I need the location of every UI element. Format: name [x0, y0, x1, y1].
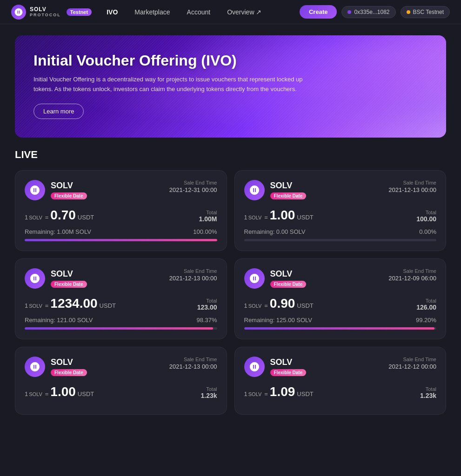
token-avatar [25, 268, 45, 289]
rate-total: Total 1.00M [199, 210, 217, 223]
end-time-label: Sale End Time [388, 357, 436, 362]
live-card[interactable]: SOLV Flexible Date Sale End Time 2021-12… [15, 170, 227, 251]
card-rate-row: 1 SOLV = 1.00 USDT Total 100.00 [244, 208, 437, 223]
progress-fill [25, 327, 213, 330]
rate-total: Total 100.00 [416, 210, 436, 223]
rate-value: 1.00 [50, 384, 76, 399]
rate-equals: = [264, 214, 268, 221]
rate-from-unit: SOLV [248, 303, 262, 309]
card-rate-row: 1 SOLV = 1.00 USDT Total 1.23k [25, 384, 217, 399]
rate-to-unit: USDT [297, 214, 313, 221]
total-label: Total [416, 298, 436, 304]
wallet-badge[interactable]: 0x335e...1082 [341, 6, 395, 18]
end-time-value: 2021-12-13 00:00 [388, 186, 436, 193]
hero-title: Initial Voucher Offering (IVO) [33, 52, 428, 69]
token-info: SOLV Flexible Date [25, 180, 87, 200]
rate-prefix: 1 [244, 214, 247, 221]
rate-value: 1.00 [270, 208, 295, 223]
logo-icon [11, 5, 26, 20]
card-end-time: Sale End Time 2021-12-12 00:00 [388, 357, 436, 370]
rate-equals: = [45, 214, 49, 221]
token-name: SOLV [270, 357, 307, 367]
rate-equals: = [264, 390, 268, 397]
total-label: Total [197, 298, 217, 304]
progress-bar [244, 327, 437, 330]
wallet-dot [347, 10, 351, 14]
nav-marketplace[interactable]: Marketplace [134, 8, 170, 16]
end-time-label: Sale End Time [169, 268, 217, 274]
card-header: SOLV Flexible Date Sale End Time 2021-12… [244, 180, 437, 200]
remaining-label: Remaining: 0.00 SOLV [244, 228, 306, 235]
network-dot [407, 10, 410, 14]
progress-fill [25, 239, 217, 241]
rate-from-unit: SOLV [29, 303, 42, 309]
progress-bar [25, 239, 217, 241]
create-button[interactable]: Create [300, 5, 337, 19]
rate-total: Total 123.00 [197, 298, 217, 311]
token-avatar [244, 357, 265, 377]
rate-to-unit: USDT [100, 302, 116, 309]
card-header: SOLV Flexible Date Sale End Time 2021-12… [25, 268, 217, 289]
card-header: SOLV Flexible Date Sale End Time 2021-12… [25, 357, 217, 377]
live-card[interactable]: SOLV Flexible Date Sale End Time 2021-12… [15, 347, 227, 415]
card-end-time: Sale End Time 2021-12-31 00:00 [169, 180, 217, 193]
rate-from-unit: SOLV [248, 215, 262, 220]
rate-equals: = [45, 390, 49, 397]
total-value: 126.00 [416, 304, 436, 311]
flexible-badge: Flexible Date [51, 369, 87, 376]
live-card[interactable]: SOLV Flexible Date Sale End Time 2021-12… [234, 258, 447, 339]
rate-to-unit: USDT [297, 302, 313, 309]
logo-area[interactable]: SOLV PROTOCOL Testnet [11, 5, 92, 20]
rate-equals: = [264, 302, 268, 309]
token-name: SOLV [270, 181, 307, 191]
rate-equals: = [45, 302, 49, 309]
rate-prefix: 1 [244, 390, 247, 397]
hero-description: Initial Voucher Offering is a decentrali… [33, 75, 303, 94]
remaining-label: Remaining: 1.00M SOLV [25, 228, 91, 235]
rate-display: 1 SOLV = 1.00 USDT [244, 208, 314, 223]
end-time-value: 2021-12-31 00:00 [169, 186, 217, 193]
card-rate-row: 1 SOLV = 0.90 USDT Total 126.00 [244, 296, 437, 311]
remaining-pct: 100.00% [193, 228, 217, 235]
end-time-label: Sale End Time [169, 180, 217, 185]
network-name: BSC Testnet [413, 9, 444, 15]
card-header: SOLV Flexible Date Sale End Time 2021-12… [244, 357, 437, 377]
end-time-value: 2021-12-09 06:00 [388, 275, 436, 282]
total-value: 1.00M [199, 215, 217, 223]
rate-display: 1 SOLV = 1.09 USDT [244, 384, 314, 399]
live-card[interactable]: SOLV Flexible Date Sale End Time 2021-12… [15, 258, 227, 339]
card-rate-row: 1 SOLV = 0.70 USDT Total 1.00M [25, 208, 217, 223]
token-info: SOLV Flexible Date [25, 357, 87, 377]
rate-display: 1 SOLV = 0.70 USDT [25, 208, 94, 223]
nav-account[interactable]: Account [187, 8, 211, 16]
token-name: SOLV [51, 269, 87, 279]
nav-right: Create 0x335e...1082 BSC Testnet [300, 5, 450, 19]
remaining-row: Remaining: 1.00M SOLV 100.00% [25, 228, 217, 235]
logo-subtitle: PROTOCOL [30, 13, 61, 18]
token-info: SOLV Flexible Date [244, 268, 307, 289]
nav-overview[interactable]: Overview ↗ [227, 8, 261, 16]
learn-more-button[interactable]: Learn more [33, 104, 84, 119]
rate-display: 1 SOLV = 1.00 USDT [25, 384, 94, 399]
token-name-area: SOLV Flexible Date [51, 181, 87, 199]
cards-grid: SOLV Flexible Date Sale End Time 2021-12… [15, 170, 446, 415]
live-card[interactable]: SOLV Flexible Date Sale End Time 2021-12… [234, 347, 447, 415]
network-badge[interactable]: BSC Testnet [401, 6, 450, 18]
token-name: SOLV [51, 357, 87, 367]
remaining-pct: 98.37% [196, 317, 217, 324]
token-info: SOLV Flexible Date [25, 268, 87, 289]
remaining-row: Remaining: 0.00 SOLV 0.00% [244, 228, 437, 235]
rate-to-unit: USDT [297, 390, 313, 397]
nav-ivo[interactable]: IVO [107, 8, 118, 16]
token-avatar [25, 180, 45, 200]
progress-fill [244, 327, 434, 330]
remaining-label: Remaining: 121.00 SOLV [25, 317, 93, 324]
card-end-time: Sale End Time 2021-12-13 00:00 [169, 357, 217, 370]
progress-bar [25, 327, 217, 330]
live-card[interactable]: SOLV Flexible Date Sale End Time 2021-12… [234, 170, 447, 251]
rate-total: Total 1.23k [200, 386, 217, 399]
remaining-label: Remaining: 125.00 SOLV [244, 317, 312, 324]
progress-bar [244, 239, 437, 241]
rate-value: 0.70 [50, 208, 76, 223]
total-value: 1.23k [200, 392, 217, 399]
